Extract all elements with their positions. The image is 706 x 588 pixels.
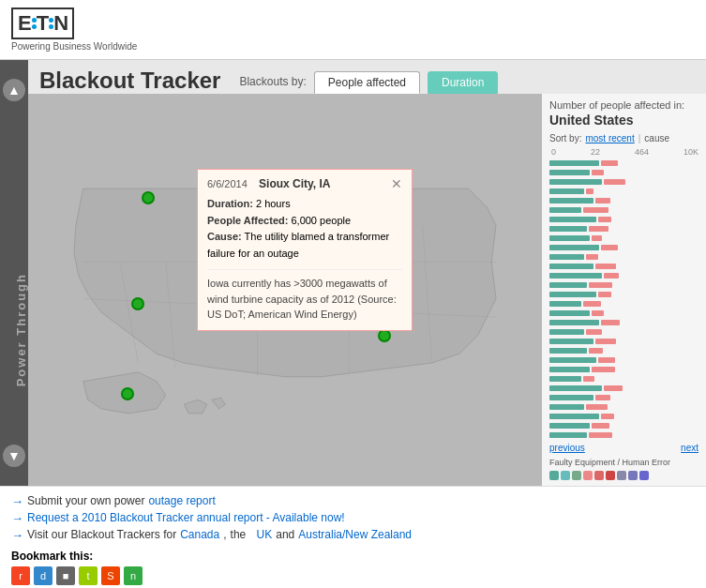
- bar-row-2: [549, 178, 698, 186]
- eaton-logo-atn: T: [37, 11, 48, 36]
- bar-green-14: [549, 292, 596, 297]
- bar-green-12: [549, 273, 602, 279]
- logo-area: E T N Powering Business Worldwide: [11, 8, 137, 52]
- legend-label: Faulty Equipment / Human Error: [549, 457, 698, 469]
- bar-row-8: [549, 234, 698, 242]
- chart-sidebar: Number of people affected in: United Sta…: [542, 94, 706, 486]
- map-chart-row: 6/6/2014 Sioux City, IA ✕ Duration: 2 ho…: [28, 94, 706, 486]
- legend-dot-1: [561, 471, 570, 480]
- bookmark-icon-reddit[interactable]: r: [11, 566, 30, 585]
- chart-prev-link[interactable]: previous: [549, 443, 585, 453]
- bar-green-5: [549, 207, 581, 213]
- scale-464: 464: [635, 147, 649, 157]
- legend-dot-8: [639, 471, 649, 480]
- bar-row-29: [549, 431, 698, 439]
- footer-text-3a: Visit our Blackout Trackers for: [27, 528, 176, 541]
- sort-separator: |: [638, 133, 641, 143]
- bar-green-20: [549, 348, 587, 354]
- map-dot-1[interactable]: [142, 191, 155, 204]
- bar-pink-28: [592, 423, 609, 429]
- bar-row-15: [549, 300, 698, 308]
- bar-row-11: [549, 263, 698, 270]
- popup-date-city: 6/6/2014 Sioux City, IA: [207, 177, 331, 190]
- bookmark-icons: r d ■ t S n: [11, 566, 695, 585]
- bar-row-5: [549, 206, 698, 214]
- footer-text-1a: Submit your own power: [27, 494, 144, 507]
- popup-close-button[interactable]: ✕: [391, 177, 402, 190]
- popup-people-value: 6,000 people: [291, 215, 351, 226]
- bar-pink-13: [589, 282, 612, 288]
- nav-down-arrow[interactable]: ▼: [3, 445, 25, 467]
- bookmark-icon-digg[interactable]: ■: [56, 566, 75, 585]
- chart-nav: previous next: [549, 443, 698, 453]
- nav-up-arrow[interactable]: ▲: [3, 79, 25, 101]
- bar-row-20: [549, 347, 698, 354]
- footer-link-annual[interactable]: Request a 2010 Blackout Tracker annual r…: [27, 511, 345, 524]
- bar-green-6: [549, 217, 596, 222]
- map-dot-7[interactable]: [121, 387, 134, 400]
- popup-cause-label: Cause:: [207, 231, 242, 242]
- bar-green-25: [549, 395, 593, 400]
- bar-row-17: [549, 319, 698, 326]
- content-area: Blackout Tracker Blackouts by: People af…: [28, 60, 706, 486]
- bar-row-25: [549, 394, 698, 401]
- bar-row-18: [549, 328, 698, 336]
- tab-duration[interactable]: Duration: [428, 71, 498, 94]
- bar-green-22: [549, 367, 590, 372]
- bar-green-26: [549, 404, 584, 410]
- bar-green-23: [549, 376, 581, 382]
- bar-row-16: [549, 309, 698, 317]
- sort-recent-link[interactable]: most recent: [585, 133, 634, 143]
- popup-content: Duration: 2 hours People Affected: 6,000…: [207, 196, 402, 262]
- bar-pink-3: [586, 188, 593, 194]
- bar-row-0: [549, 159, 698, 167]
- legend-dot-7: [628, 471, 638, 480]
- bookmark-icon-netvibes[interactable]: n: [124, 566, 143, 585]
- bar-pink-22: [592, 367, 615, 372]
- bar-pink-23: [583, 376, 594, 382]
- bookmark-icon-stumble[interactable]: S: [101, 566, 120, 585]
- footer-text-the: the: [231, 528, 247, 541]
- bar-pink-29: [589, 432, 612, 438]
- bar-green-2: [549, 179, 602, 185]
- bar-row-7: [549, 225, 698, 233]
- bar-green-4: [549, 198, 593, 204]
- scale-0: 0: [551, 147, 556, 157]
- popup-duration: Duration: 2 hours: [207, 196, 402, 213]
- bookmark-icon-delicious[interactable]: d: [34, 566, 53, 585]
- blackouts-by-label: Blackouts by:: [239, 75, 306, 94]
- bar-pink-8: [592, 235, 601, 241]
- footer-link-canada[interactable]: Canada: [180, 528, 219, 541]
- title-bar: Blackout Tracker Blackouts by: People af…: [28, 60, 706, 94]
- popup-header: 6/6/2014 Sioux City, IA ✕: [207, 177, 402, 190]
- bar-pink-24: [604, 385, 623, 391]
- main-container: ▲ Power Through ▼ Blackout Tracker Black…: [0, 60, 706, 486]
- bar-row-10: [549, 253, 698, 261]
- footer-link-uk[interactable]: UK: [257, 528, 273, 541]
- map-dot-3[interactable]: [131, 297, 144, 310]
- bar-row-23: [549, 375, 698, 383]
- bar-row-3: [549, 188, 698, 195]
- bar-green-0: [549, 160, 599, 166]
- bar-green-17: [549, 320, 599, 325]
- footer-link-nz[interactable]: Australia/New Zealand: [298, 528, 412, 541]
- bar-green-16: [549, 310, 590, 316]
- bar-row-27: [549, 413, 698, 420]
- popup-people-label: People Affected:: [207, 215, 288, 226]
- legend-dot-4: [594, 471, 604, 480]
- sort-cause-link[interactable]: cause: [644, 133, 669, 143]
- bar-pink-10: [586, 254, 597, 260]
- sort-label: Sort by:: [549, 133, 581, 143]
- bar-pink-20: [589, 348, 602, 354]
- legend-dot-5: [606, 471, 615, 480]
- bar-green-10: [549, 254, 584, 260]
- tab-people-affected[interactable]: People affected: [314, 71, 420, 94]
- chart-scale: 0 22 464 10K: [549, 147, 698, 157]
- bar-green-21: [549, 357, 596, 363]
- footer-link-outage[interactable]: outage report: [148, 494, 215, 507]
- chart-next-link[interactable]: next: [681, 443, 698, 453]
- eaton-logo-n: N: [53, 11, 68, 36]
- bar-row-19: [549, 338, 698, 345]
- legend-row: Faulty Equipment / Human Error: [549, 457, 698, 480]
- bookmark-icon-technorati[interactable]: t: [79, 566, 98, 585]
